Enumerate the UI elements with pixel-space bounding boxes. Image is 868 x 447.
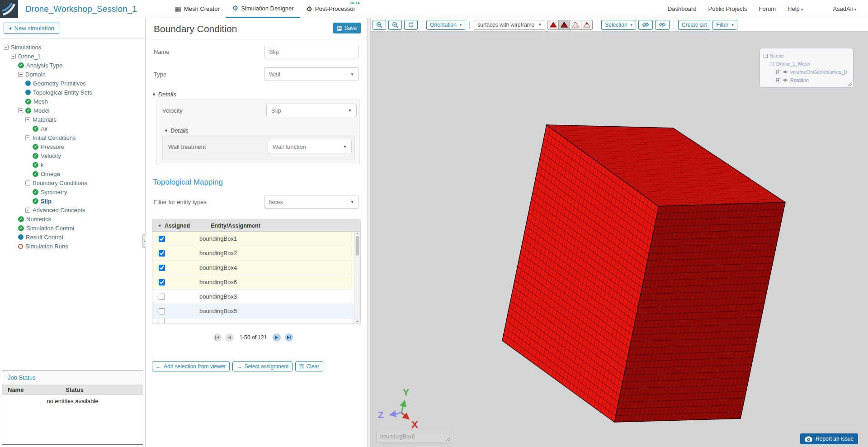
prev-page-button[interactable] bbox=[226, 333, 234, 342]
assigned-checkbox[interactable] bbox=[159, 308, 165, 314]
tree-item-pressure[interactable]: Pressure bbox=[0, 142, 145, 151]
next-page-button[interactable] bbox=[273, 333, 281, 342]
simscale-logo[interactable] bbox=[0, 0, 18, 18]
table-row[interactable]: boundingBox6 bbox=[152, 275, 360, 290]
nav-forum[interactable]: Forum bbox=[759, 5, 776, 12]
refresh-view-button[interactable] bbox=[404, 20, 418, 30]
collapse-icon[interactable] bbox=[18, 108, 23, 113]
zoom-out-button[interactable] bbox=[388, 20, 402, 30]
tree-item-air[interactable]: Air bbox=[0, 124, 145, 133]
eye-icon[interactable] bbox=[783, 78, 788, 82]
collapse-icon[interactable] bbox=[764, 54, 768, 58]
assigned-checkbox[interactable] bbox=[159, 250, 165, 257]
tab-mesh-creator[interactable]: ▦ Mesh Creator bbox=[169, 0, 226, 18]
mesh-solid-wireframe-button[interactable] bbox=[559, 20, 570, 30]
sidebar-collapse-handle[interactable]: ◂ bbox=[142, 234, 146, 248]
type-select[interactable]: Wall ▼ bbox=[264, 67, 359, 81]
tree-item-advanced-concepts[interactable]: Advanced Concepts bbox=[0, 205, 145, 214]
scene-node-drone-1-mesh[interactable]: Drone_1_Mesh bbox=[770, 60, 849, 68]
create-set-button[interactable]: Create set bbox=[678, 20, 710, 30]
clear-button[interactable]: Clear bbox=[295, 361, 323, 371]
tree-item-initial-conditions[interactable]: Initial Conditions bbox=[0, 133, 145, 142]
table-row[interactable]: boundingBox5 bbox=[152, 304, 360, 319]
scene-node-scene[interactable]: Scene bbox=[764, 52, 849, 60]
tree-item-simulation-runs[interactable]: Simulation Runs bbox=[0, 242, 145, 251]
entity-filter-select[interactable]: faces ▼ bbox=[264, 195, 359, 209]
mesh-surface-edges-button[interactable] bbox=[581, 20, 593, 30]
collapse-icon[interactable] bbox=[18, 72, 23, 77]
hide-selection-button[interactable] bbox=[638, 20, 653, 30]
scroll-up-icon[interactable]: ▲ bbox=[356, 232, 359, 235]
assigned-checkbox[interactable] bbox=[159, 294, 165, 300]
new-simulation-button[interactable]: + New simulation bbox=[4, 23, 59, 34]
collapse-icon[interactable] bbox=[4, 45, 9, 50]
tree-item-simulation-control[interactable]: Simulation Control bbox=[0, 224, 145, 233]
resize-handle[interactable] bbox=[446, 437, 450, 441]
expand-icon[interactable] bbox=[776, 78, 780, 82]
table-row[interactable]: boundingBox1 bbox=[152, 232, 360, 246]
tree-item-mesh[interactable]: Mesh bbox=[0, 97, 145, 106]
selection-dropdown[interactable]: Selection▾ bbox=[601, 20, 636, 30]
collapse-icon[interactable] bbox=[25, 117, 30, 122]
orientation-dropdown[interactable]: Orientation▾ bbox=[426, 20, 465, 30]
scene-node-volume[interactable]: volumeOnGeoVolumes_0 bbox=[776, 68, 849, 76]
first-page-button[interactable] bbox=[213, 333, 222, 342]
table-scrollbar[interactable]: ▲ ▼ bbox=[354, 232, 360, 323]
entity-name-field[interactable] bbox=[376, 431, 451, 442]
scene-tree-overlay[interactable]: Scene Drone_1_Mesh volumeOnGeoVolumes_0 … bbox=[760, 48, 854, 88]
eye-icon[interactable] bbox=[783, 70, 788, 74]
report-an-issue-button[interactable]: Report an issue bbox=[800, 433, 858, 444]
sort-icon[interactable]: ▼ bbox=[158, 224, 162, 228]
select-assignment-button[interactable]: → Select assignment bbox=[232, 361, 292, 371]
tree-item-omega[interactable]: Omega bbox=[0, 169, 145, 178]
save-button[interactable]: Save bbox=[333, 23, 361, 33]
collapse-icon[interactable] bbox=[25, 181, 30, 185]
tree-item-slip[interactable]: Slip bbox=[0, 196, 145, 205]
tree-item-symmetry[interactable]: Symmetry bbox=[0, 187, 145, 196]
nav-public-projects[interactable]: Public Projects bbox=[708, 5, 747, 12]
assigned-checkbox[interactable] bbox=[159, 279, 165, 285]
velocity-select[interactable]: Slip ▼ bbox=[266, 104, 357, 117]
tree-item-geometry-primitives[interactable]: Geometry Primitives bbox=[0, 79, 145, 88]
scene-node-rotation[interactable]: Rotation bbox=[776, 76, 849, 84]
assigned-checkbox[interactable] bbox=[159, 236, 165, 242]
nav-help-menu[interactable]: Help▾ bbox=[788, 5, 803, 12]
scroll-down-icon[interactable]: ▼ bbox=[356, 320, 359, 323]
tree-item-numerics[interactable]: Numerics bbox=[0, 214, 145, 224]
filter-dropdown[interactable]: Filter▾ bbox=[712, 20, 737, 30]
assigned-checkbox[interactable] bbox=[159, 265, 165, 271]
tree-item-domain[interactable]: Domain bbox=[0, 70, 145, 79]
tree-item-result-control[interactable]: Result Control bbox=[0, 233, 145, 242]
tree-item-boundary-conditions[interactable]: Boundary Conditions bbox=[0, 178, 145, 187]
collapse-icon[interactable] bbox=[770, 62, 774, 66]
expand-icon[interactable] bbox=[776, 70, 780, 74]
tree-item-topological-entity-sets[interactable]: Topological Entity Sets bbox=[0, 88, 145, 97]
tab-simulation-designer[interactable]: ⚙ Simulation Designer bbox=[226, 0, 300, 18]
user-menu[interactable]: AsadAli▾ bbox=[833, 5, 856, 12]
details-section-toggle[interactable]: ▼ Details bbox=[152, 91, 367, 98]
resize-handle[interactable] bbox=[848, 82, 852, 86]
show-selection-button[interactable] bbox=[655, 20, 670, 30]
mesh-solid-button[interactable] bbox=[547, 20, 559, 30]
assigned-checkbox[interactable] bbox=[159, 319, 165, 323]
tab-post-processor[interactable]: ⚙ Post-Processor BETA bbox=[300, 0, 362, 18]
name-input[interactable] bbox=[264, 45, 359, 58]
scrollbar-thumb[interactable] bbox=[356, 236, 359, 256]
expand-icon[interactable] bbox=[25, 208, 30, 213]
mesh-cube-render[interactable] bbox=[371, 32, 868, 447]
viewport-3d[interactable]: Scene Drone_1_Mesh volumeOnGeoVolumes_0 … bbox=[371, 32, 868, 447]
panel-gutter[interactable] bbox=[367, 18, 371, 447]
wall-treatment-select[interactable]: Wall function ▼ bbox=[268, 140, 352, 153]
last-page-button[interactable] bbox=[285, 333, 293, 342]
table-row[interactable]: boundingBox2 bbox=[152, 246, 360, 261]
tree-item-materials[interactable]: Materials bbox=[0, 115, 145, 124]
add-selection-from-viewer-button[interactable]: ← Add selection from viewer bbox=[152, 361, 230, 371]
tree-item-analysis-type[interactable]: Analysis Type bbox=[0, 61, 145, 70]
nav-dashboard[interactable]: Dashboard bbox=[668, 5, 697, 12]
tree-item-velocity[interactable]: Velocity bbox=[0, 151, 145, 160]
tree-item-drone-1[interactable]: Drone_1 bbox=[0, 52, 145, 61]
table-row[interactable]: boundingBox4 bbox=[152, 261, 360, 275]
table-row[interactable]: boundingBox3 bbox=[152, 290, 360, 304]
zoom-in-button[interactable] bbox=[373, 20, 386, 30]
mesh-wireframe-button[interactable] bbox=[570, 20, 581, 30]
